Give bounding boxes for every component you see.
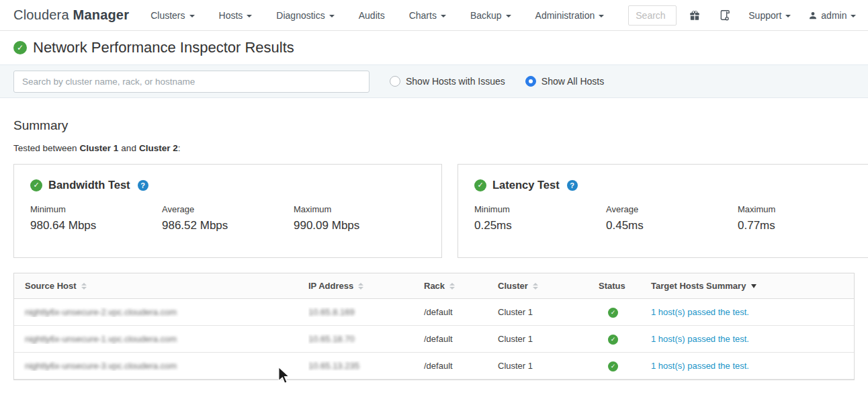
nav-menu-item[interactable]: Clusters [150, 10, 194, 21]
filter-bar: Show Hosts with Issues Show All Hosts [0, 64, 868, 98]
nav-menu-item-label: Clusters [150, 10, 185, 21]
column-header[interactable]: Source Host [14, 281, 308, 291]
metric-value: 980.64 Mbps [30, 219, 162, 232]
source-host-cell: nightly6x-unsecure-2.vpc.cloudera.com [25, 307, 177, 317]
nav-menu-item[interactable]: Diagnostics [276, 10, 334, 21]
sort-icon[interactable] [533, 283, 538, 290]
rack-cell: /default [424, 334, 498, 344]
column-header-label: Status [599, 281, 625, 291]
sort-icon[interactable] [449, 283, 455, 290]
column-header[interactable]: Cluster [498, 281, 599, 291]
chevron-down-icon [599, 15, 604, 17]
radio-button[interactable] [390, 76, 400, 87]
metric-average: Average 0.45ms [606, 204, 738, 232]
metric-label: Average [162, 204, 294, 214]
ip-address-cell: 10.65.18.70 [308, 334, 355, 344]
cloudera-manager-logo[interactable]: Cloudera Manager [13, 7, 129, 23]
summary-cards: ✓ Bandwidth Test ? Minimum 980.64 Mbps A… [13, 164, 855, 258]
column-header[interactable]: IP Address [308, 281, 424, 291]
column-header-label: IP Address [308, 281, 353, 291]
nav-menu-item[interactable]: Audits [359, 10, 385, 21]
column-header-label: Source Host [25, 281, 77, 291]
metric-label: Maximum [294, 204, 425, 214]
summary-heading: Summary [13, 118, 855, 133]
card-title: Latency Test [492, 179, 560, 191]
nav-menu-item-label: Charts [409, 10, 437, 21]
nav-menu-item-label: Administration [535, 10, 595, 21]
page-title: Network Performance Inspector Results [33, 39, 294, 56]
ip-address-cell: 10.65.13.235 [308, 361, 359, 371]
chevron-down-icon [247, 15, 252, 17]
tested-cluster-a: Cluster 1 [80, 143, 119, 153]
nav-menu-item[interactable]: Backup [470, 10, 511, 21]
tested-prefix: Tested between [13, 143, 77, 153]
chevron-down-icon [441, 15, 446, 17]
status-passed-icon: ✓ [608, 361, 618, 372]
column-header-label: Cluster [498, 281, 528, 291]
sort-icon[interactable] [358, 283, 363, 290]
nav-user-menu[interactable]: admin [808, 10, 856, 21]
nav-menu-item-label: Hosts [219, 10, 243, 21]
success-check-icon: ✓ [474, 179, 486, 191]
chevron-down-icon [329, 15, 335, 17]
parcels-gift-icon[interactable] [689, 9, 701, 21]
nav-menu-item[interactable]: Charts [409, 10, 446, 21]
brand-product: Manager [73, 7, 130, 22]
tested-between-line: Tested betweenCluster 1andCluster 2: [13, 143, 855, 153]
help-icon[interactable]: ? [567, 180, 578, 191]
metric-label: Average [606, 204, 738, 214]
host-filter-search-input[interactable] [13, 71, 370, 93]
radio-option[interactable]: Show All Hosts [525, 76, 604, 87]
nav-menu-item[interactable]: Hosts [219, 10, 253, 21]
running-commands-icon[interactable] [718, 9, 731, 21]
metric-value: 0.25ms [474, 219, 606, 232]
nav-menu-item-label: Audits [359, 10, 385, 21]
card-title: Bandwidth Test [48, 179, 130, 191]
table-body: nightly6x-unsecure-2.vpc.cloudera.com 10… [14, 299, 854, 380]
bandwidth-test-card: ✓ Bandwidth Test ? Minimum 980.64 Mbps A… [13, 164, 442, 258]
nav-menu: Clusters Hosts Diagnostics Audits [150, 10, 628, 21]
column-header[interactable]: Rack [424, 281, 498, 291]
status-passed-icon: ✓ [608, 335, 618, 345]
metric-maximum: Maximum 0.77ms [738, 204, 868, 232]
help-icon[interactable]: ? [138, 180, 148, 191]
metric-label: Minimum [474, 204, 606, 214]
column-header-label: Target Hosts Summary [651, 281, 746, 291]
target-hosts-summary-link[interactable]: 1 host(s) passed the test. [651, 307, 749, 317]
sort-desc-icon[interactable] [751, 284, 756, 288]
support-label: Support [748, 10, 781, 21]
cluster-cell: Cluster 1 [498, 334, 599, 344]
tested-mid: and [121, 143, 136, 153]
metric-minimum: Minimum 0.25ms [474, 204, 606, 232]
metric-maximum: Maximum 990.09 Mbps [294, 204, 425, 232]
nav-menu-item-label: Backup [470, 10, 502, 21]
results-table: Source Host IP Address Rack [13, 273, 855, 380]
radio-button[interactable] [525, 76, 536, 87]
nav-support[interactable]: Support [748, 10, 791, 21]
metric-label: Minimum [30, 204, 162, 214]
target-hosts-summary-link[interactable]: 1 host(s) passed the test. [651, 334, 749, 344]
rack-cell: /default [424, 361, 498, 371]
radio-option[interactable]: Show Hosts with Issues [390, 76, 505, 87]
table-header-row: Source Host IP Address Rack [14, 273, 854, 299]
cluster-cell: Cluster 1 [498, 361, 599, 371]
metric-average: Average 986.52 Mbps [162, 204, 294, 232]
brand-name: Cloudera [13, 7, 69, 22]
nav-menu-item[interactable]: Administration [535, 10, 605, 21]
user-icon [808, 11, 818, 20]
sort-icon[interactable] [81, 283, 87, 290]
metric-value: 0.77ms [738, 219, 868, 232]
radio-label: Show Hosts with Issues [406, 76, 505, 87]
chevron-down-icon [506, 15, 511, 17]
column-header[interactable]: Status [599, 281, 651, 291]
chevron-down-icon [851, 15, 856, 17]
global-search-input[interactable] [628, 5, 677, 26]
username-label: admin [821, 10, 847, 21]
success-check-icon: ✓ [13, 41, 27, 54]
chevron-down-icon [189, 15, 195, 17]
target-hosts-summary-link[interactable]: 1 host(s) passed the test. [651, 361, 749, 371]
source-host-cell: nightly6x-unsecure-3.vpc.cloudera.com [25, 361, 177, 371]
nav-menu-item-label: Diagnostics [276, 10, 324, 21]
column-header[interactable]: Target Hosts Summary [651, 281, 854, 291]
top-navbar: Cloudera Manager Clusters Hosts Diagnost… [0, 0, 868, 31]
